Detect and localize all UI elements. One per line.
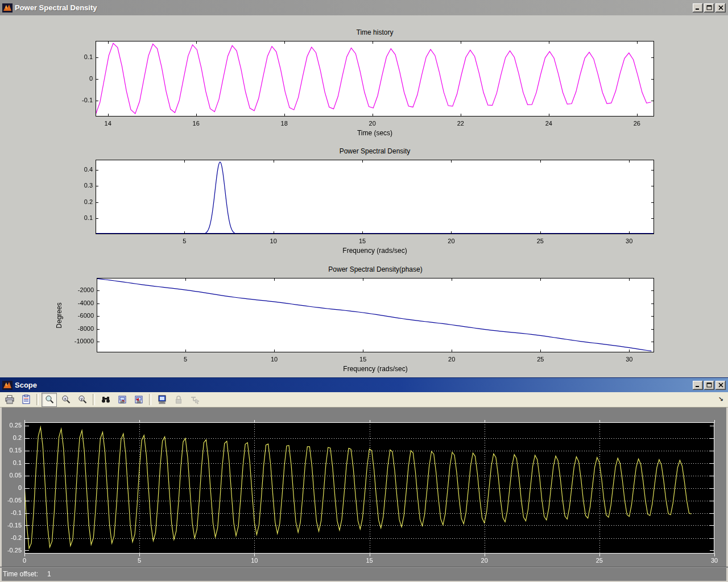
scope-close-button[interactable] [715, 381, 726, 390]
psd-xlabel: Frequency (rads/sec) [96, 247, 654, 255]
zoom-icon [44, 394, 55, 405]
scope-statusbar: Time offset: 1 [0, 567, 728, 581]
zoom-button[interactable] [42, 393, 57, 407]
lock-icon [173, 394, 184, 405]
matlab-icon [2, 3, 13, 13]
zoom-y-axis-icon: y [77, 394, 88, 405]
minimize-icon [695, 5, 701, 10]
svg-text:x: x [64, 396, 66, 401]
matlab-icon [2, 381, 13, 390]
floating-scope-icon [157, 394, 167, 405]
toolbar-separator [36, 394, 39, 405]
restore-axes-settings-button[interactable] [131, 393, 146, 407]
scope-window-title: Scope [15, 381, 693, 389]
save-axes-settings-button[interactable] [114, 393, 130, 407]
svg-text:y: y [80, 396, 82, 401]
toolbar-separator [93, 394, 95, 405]
restore-axes-settings-icon [134, 394, 144, 405]
toolbar-overflow-arrow[interactable]: ↘ [718, 396, 723, 403]
psd-phase-plot [63, 273, 663, 367]
time-offset-label: Time offset: [3, 570, 38, 578]
maximize-icon [706, 383, 712, 388]
zoom-x-axis-button[interactable]: x [58, 393, 73, 407]
close-icon [718, 383, 723, 388]
time-offset-value: 1 [47, 570, 51, 578]
floating-scope-button[interactable] [154, 393, 169, 407]
psd-title: Power Spectral Density [96, 147, 654, 155]
scope-maximize-button[interactable] [704, 381, 714, 390]
parameters-icon [21, 394, 31, 405]
minimize-icon [695, 383, 701, 388]
autoscale-button[interactable] [98, 393, 113, 407]
figure-minimize-button[interactable] [693, 3, 703, 13]
time-history-title: Time history [96, 28, 654, 36]
print-icon [5, 394, 15, 405]
psd-plot [61, 155, 663, 249]
maximize-icon [706, 5, 712, 10]
print-button[interactable] [2, 393, 17, 407]
scope-window: Scope [0, 377, 728, 582]
parameters-button[interactable] [18, 393, 34, 407]
figure-window-title: Power Spectral Density [15, 3, 693, 12]
figure-window-titlebar[interactable]: Power Spectral Density [0, 0, 728, 15]
psd-phase-ylabel: Degrees [55, 302, 63, 328]
scope-trace-plot[interactable] [2, 418, 723, 568]
scope-window-titlebar[interactable]: Scope [0, 378, 728, 392]
time-history-xlabel: Time (secs) [96, 129, 654, 137]
figure-close-button[interactable] [715, 3, 726, 13]
save-axes-settings-icon [117, 394, 127, 405]
close-icon [718, 5, 723, 10]
time-history-plot [61, 36, 663, 131]
zoom-y-axis-button[interactable]: y [75, 393, 90, 407]
desktop: Power Spectral Density Time history Time… [0, 0, 728, 582]
figure-maximize-button[interactable] [704, 3, 714, 13]
zoom-x-axis-icon: x [61, 394, 71, 405]
scope-toolbar: x y ↘ [0, 392, 728, 408]
lock-axes-button [171, 393, 186, 407]
scope-minimize-button[interactable] [693, 381, 703, 390]
signal-selection-button [187, 393, 202, 407]
binoculars-icon [101, 394, 111, 405]
signal-selection-icon [190, 394, 200, 405]
figure-window: Power Spectral Density Time history Time… [0, 0, 728, 380]
psd-phase-xlabel: Frequency (rads/sec) [97, 365, 654, 373]
psd-phase-title: Power Spectral Density(phase) [97, 265, 654, 273]
toolbar-separator [149, 394, 151, 405]
